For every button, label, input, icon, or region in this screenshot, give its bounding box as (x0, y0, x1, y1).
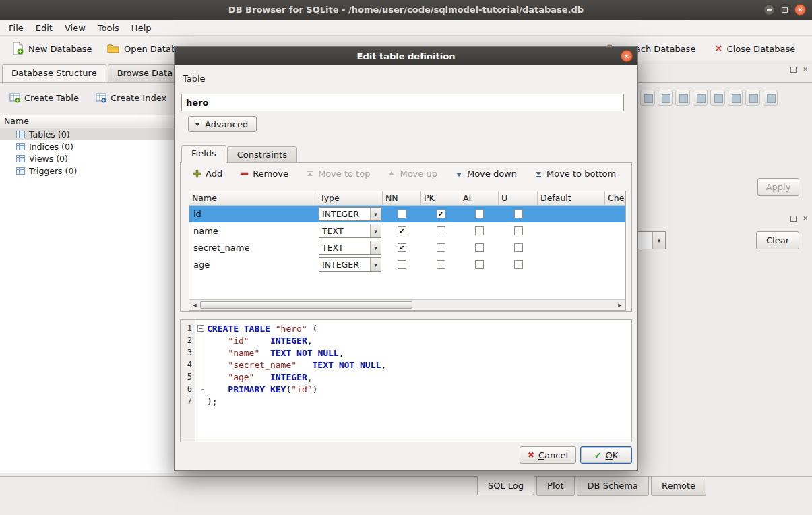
field-type-cell: TEXT▾ (317, 239, 383, 256)
remove-button[interactable]: Remove (240, 169, 288, 179)
column-header-check[interactable]: Check (605, 191, 626, 205)
create-table-button[interactable]: Create Table (9, 89, 79, 107)
dock-close-icon[interactable]: ✕ (801, 65, 810, 74)
move-down-button[interactable]: Move down (455, 169, 517, 179)
column-header-name[interactable]: Name (189, 191, 317, 205)
window-title: DB Browser for SQLite - /home/user/code/… (228, 5, 584, 15)
maximize-icon[interactable] (779, 4, 790, 16)
menu-view[interactable]: View (59, 22, 92, 34)
pk-checkbox[interactable] (437, 260, 445, 269)
u-checkbox[interactable] (514, 226, 523, 235)
ai-checkbox[interactable] (475, 226, 484, 235)
toolbar-icon[interactable] (745, 90, 760, 106)
close-icon[interactable]: ✕ (794, 4, 806, 16)
column-header-type[interactable]: Type (317, 191, 383, 205)
tree-column-header[interactable]: Name (0, 115, 174, 127)
dock-float-icon[interactable] (788, 214, 798, 223)
toolbar-icon[interactable] (640, 90, 655, 106)
nn-checkbox[interactable]: ✔ (398, 243, 406, 252)
scroll-thumb[interactable] (200, 301, 412, 309)
type-combo[interactable]: TEXT▾ (319, 241, 381, 255)
tab-sql-log[interactable]: SQL Log (477, 476, 534, 495)
pk-checkbox[interactable] (437, 226, 445, 235)
toolbar-icon[interactable] (675, 90, 690, 106)
type-combo[interactable]: INTEGER▾ (319, 207, 381, 221)
pk-checkbox[interactable]: ✔ (437, 210, 445, 218)
type-combo[interactable]: INTEGER▾ (319, 258, 381, 272)
menubar: FileEditViewToolsHelp (0, 20, 812, 36)
menu-edit[interactable]: Edit (30, 22, 59, 34)
close-database-button[interactable]: ✕ Close Database (709, 39, 801, 58)
table-label: Table (183, 73, 206, 84)
tab-database-structure[interactable]: Database Structure (2, 64, 106, 84)
tree-item-triggers[interactable]: Triggers (0) (0, 164, 174, 177)
toolbar-icon[interactable] (658, 90, 673, 106)
column-header-ai[interactable]: AI (460, 191, 499, 205)
toolbar-icon[interactable] (693, 90, 708, 106)
column-header-default[interactable]: Default (538, 191, 605, 205)
table-name-input[interactable] (181, 94, 624, 111)
add-button[interactable]: Add (193, 169, 222, 179)
ok-button[interactable]: ✔ OK (580, 446, 632, 464)
ai-checkbox[interactable] (475, 243, 484, 252)
toolbar-icon[interactable] (710, 90, 725, 106)
scroll-left-icon[interactable]: ◀ (189, 303, 200, 308)
field-row-secret_name[interactable]: secret_nameTEXT▾✔ (189, 239, 625, 256)
create-index-button[interactable]: Create Index (96, 89, 166, 107)
u-checkbox[interactable] (514, 260, 523, 269)
tree-item-label: Indices (0) (29, 142, 73, 152)
nn-checkbox[interactable] (398, 210, 406, 218)
u-cell (499, 206, 538, 222)
ai-checkbox[interactable] (475, 210, 484, 218)
sql-line-6: 6 PRIMARY KEY("id") (181, 383, 631, 395)
tree-item-tables[interactable]: Tables (0) (0, 128, 174, 140)
pk-checkbox[interactable] (437, 243, 445, 252)
field-row-age[interactable]: ageINTEGER▾ (189, 256, 625, 273)
clear-button[interactable]: Clear (756, 231, 799, 249)
fold-collapse-icon[interactable]: − (197, 325, 204, 332)
tab-db-schema[interactable]: DB Schema (577, 477, 649, 496)
dock-close-icon[interactable]: ✕ (801, 214, 810, 223)
menu-help[interactable]: Help (125, 22, 158, 34)
tab-constraints[interactable]: Constraints (227, 146, 297, 163)
check-cell (605, 256, 626, 273)
dialog-titlebar[interactable]: Edit table definition ✕ (175, 47, 637, 65)
nn-checkbox[interactable]: ✔ (398, 226, 406, 235)
column-header-nn[interactable]: NN (383, 191, 421, 205)
nn-checkbox[interactable] (398, 260, 406, 269)
scroll-right-icon[interactable]: ▶ (615, 303, 625, 308)
tab-fields[interactable]: Fields (181, 145, 226, 163)
menu-tools[interactable]: Tools (92, 22, 125, 34)
tree-item-views[interactable]: Views (0) (0, 152, 174, 164)
tab-plot[interactable]: Plot (536, 477, 575, 496)
tree-item-indices[interactable]: Indices (0) (0, 140, 174, 152)
type-combo[interactable]: TEXT▾ (319, 224, 381, 238)
edit-table-dialog: Edit table definition ✕ Table Advanced F… (174, 46, 638, 471)
field-row-name[interactable]: nameTEXT▾✔ (189, 222, 625, 239)
column-header-u[interactable]: U (499, 191, 538, 205)
new-database-button[interactable]: New Database (5, 39, 98, 58)
ai-cell (460, 206, 499, 222)
horizontal-scrollbar[interactable]: ◀ ▶ (189, 299, 625, 310)
u-checkbox[interactable] (514, 243, 523, 252)
tab-remote[interactable]: Remote (651, 477, 706, 496)
toolbar-icon[interactable] (728, 90, 743, 106)
u-checkbox[interactable] (514, 210, 523, 218)
move-to-bottom-button[interactable]: Move to bottom (534, 169, 616, 179)
fields-toolbar: AddRemoveMove to topMove upMove downMove… (181, 163, 631, 179)
advanced-button[interactable]: Advanced (188, 116, 257, 132)
dialog-close-icon[interactable]: ✕ (621, 50, 633, 62)
close-database-icon: ✕ (714, 42, 723, 55)
cancel-label: Cancel (538, 450, 568, 460)
column-header-pk[interactable]: PK (421, 191, 460, 205)
menu-file[interactable]: File (3, 22, 30, 34)
cancel-button[interactable]: ✖ Cancel (520, 446, 576, 464)
u-cell (499, 222, 538, 239)
ok-label: OK (606, 450, 619, 460)
ai-checkbox[interactable] (475, 260, 484, 269)
dock-float-icon[interactable] (788, 65, 798, 74)
minimize-icon[interactable] (763, 4, 775, 16)
field-row-id[interactable]: idINTEGER▾✔ (189, 206, 625, 222)
tab-browse-data[interactable]: Browse Data (108, 64, 183, 83)
toolbar-icon[interactable] (763, 90, 778, 106)
